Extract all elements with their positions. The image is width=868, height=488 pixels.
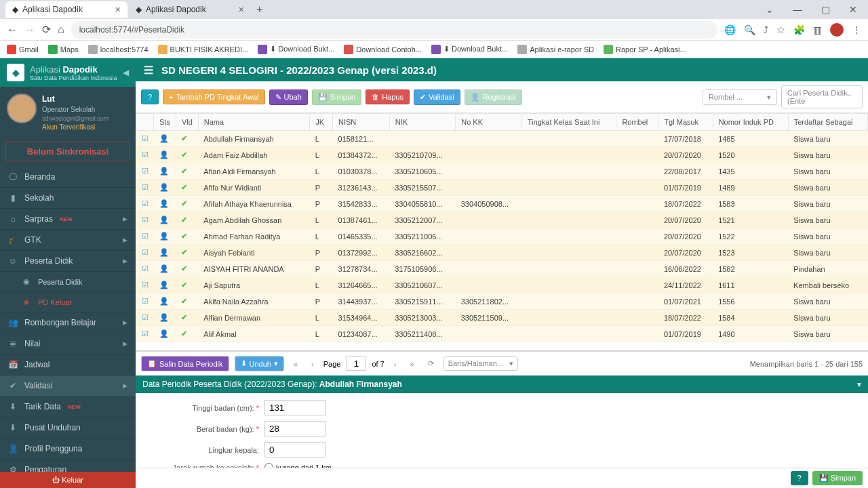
rombel-select[interactable]: Rombel ...▾ bbox=[703, 89, 777, 105]
home-icon[interactable]: ⌂ bbox=[58, 24, 64, 36]
close-window-icon[interactable]: ✕ bbox=[844, 4, 863, 15]
prev-page-icon[interactable]: ‹ bbox=[307, 360, 318, 368]
row-checkbox[interactable]: ☑ bbox=[136, 180, 154, 196]
validasi-button[interactable]: ✔ Validasi bbox=[414, 89, 460, 105]
sidebar-child-peserta-didik[interactable]: ◉Peserta Didik bbox=[0, 272, 136, 292]
bookmark-item[interactable]: Gmail bbox=[7, 45, 39, 54]
collapse-sidebar-icon[interactable]: ◀ bbox=[123, 68, 129, 77]
sidebar-child-pd-keluar[interactable]: ◉PD Keluar bbox=[0, 292, 136, 312]
sidebar-item-jadwal[interactable]: 📅Jadwal bbox=[0, 354, 136, 375]
last-page-icon[interactable]: » bbox=[406, 360, 418, 368]
col-header[interactable]: NIK bbox=[389, 114, 456, 131]
sidebar-item-validasi[interactable]: ✔Validasi▶ bbox=[0, 375, 136, 396]
row-checkbox[interactable]: ☑ bbox=[136, 310, 154, 326]
search-input[interactable]: Cari Peserta Didik.. (Ente bbox=[781, 85, 863, 108]
translate-icon[interactable]: 🌐 bbox=[724, 24, 736, 35]
sidebar-item-rombongan-belajar[interactable]: 👥Rombongan Belajar▶ bbox=[0, 312, 136, 333]
tambah-button[interactable]: + Tambah PD Tingkat Awal bbox=[163, 89, 265, 104]
jarak-radio-1[interactable] bbox=[264, 463, 273, 468]
close-icon[interactable]: × bbox=[239, 4, 244, 15]
sidepanel-icon[interactable]: ▥ bbox=[813, 24, 822, 35]
maximize-icon[interactable]: ▢ bbox=[816, 4, 835, 15]
col-header[interactable]: Vld bbox=[176, 114, 198, 131]
row-checkbox[interactable]: ☑ bbox=[136, 196, 154, 212]
row-checkbox[interactable]: ☑ bbox=[136, 277, 154, 293]
registrasi-button[interactable]: 👤 Registrasi bbox=[465, 89, 522, 105]
table-row[interactable]: ☑👤✔Alif AkmalL01234087...3305211408...01… bbox=[136, 326, 868, 342]
sync-status[interactable]: Belum Sinkronisasi bbox=[5, 142, 130, 161]
table-row[interactable]: ☑👤✔Agam Abdilah GhossanL01387461...33052… bbox=[136, 212, 868, 228]
table-row[interactable]: ☑👤✔Ahmad Farhan RadityaL01465335...33052… bbox=[136, 228, 868, 245]
salin-button[interactable]: 📋 Salin Data Periodik bbox=[141, 356, 229, 371]
sidebar-item-sarpras[interactable]: ⌂Sarpras NEW▶ bbox=[0, 209, 136, 230]
new-tab-button[interactable]: + bbox=[252, 3, 267, 16]
share-icon[interactable]: ⤴ bbox=[764, 24, 768, 35]
bookmark-item[interactable]: Download Contoh... bbox=[344, 45, 422, 54]
bookmark-item[interactable]: localhost:5774 bbox=[88, 45, 149, 54]
row-checkbox[interactable]: ☑ bbox=[136, 293, 154, 310]
extensions-icon[interactable]: 🧩 bbox=[793, 24, 805, 35]
row-checkbox[interactable]: ☑ bbox=[136, 131, 154, 147]
bookmark-item[interactable]: Aplikasi e-rapor SD bbox=[517, 45, 594, 54]
hapus-button[interactable]: 🗑 Hapus bbox=[366, 89, 410, 104]
profile-avatar[interactable] bbox=[830, 23, 844, 37]
help-button[interactable]: ? bbox=[791, 471, 808, 485]
table-container[interactable]: StsVldNamaJKNISNNIKNo KKTingkat Kelas Sa… bbox=[136, 113, 868, 351]
sidebar-item-profil-pengguna[interactable]: 👤Profil Pengguna bbox=[0, 439, 136, 460]
browser-tab-active[interactable]: ◆ Aplikasi Dapodik × bbox=[5, 1, 127, 18]
sidebar-item-nilai[interactable]: ≣Nilai▶ bbox=[0, 333, 136, 354]
table-row[interactable]: ☑👤✔Aji SaputraL31264665...3305210607...2… bbox=[136, 277, 868, 293]
reload-icon[interactable]: ⟳ bbox=[42, 23, 51, 36]
simpan-detail-button[interactable]: 💾 Simpan bbox=[812, 471, 863, 485]
col-header[interactable]: No KK bbox=[456, 114, 522, 131]
table-row[interactable]: ☑👤✔Alfian DermawanL31534964...3305213003… bbox=[136, 310, 868, 326]
bookmark-icon[interactable]: ☆ bbox=[776, 24, 785, 35]
first-page-icon[interactable]: « bbox=[290, 360, 302, 368]
minimize-icon[interactable]: — bbox=[787, 4, 808, 15]
col-header[interactable]: Tgl Masuk bbox=[658, 114, 713, 131]
sidebar-item-pengaturan[interactable]: ⚙Pengaturan bbox=[0, 460, 136, 472]
bookmark-item[interactable]: ⬇ Download Bukt... bbox=[431, 45, 508, 54]
collapse-icon[interactable]: ▾ bbox=[857, 380, 861, 389]
simpan-button[interactable]: 💾 Simpan bbox=[312, 89, 361, 105]
row-checkbox[interactable]: ☑ bbox=[136, 261, 154, 277]
col-header[interactable]: NISN bbox=[333, 114, 390, 131]
menu-icon[interactable]: ⋮ bbox=[852, 24, 861, 35]
col-header[interactable]: JK bbox=[310, 114, 333, 131]
col-header[interactable] bbox=[136, 114, 154, 131]
sidebar-item-sekolah[interactable]: ▮Sekolah bbox=[0, 188, 136, 209]
info-button[interactable]: ? bbox=[141, 89, 159, 104]
row-checkbox[interactable]: ☑ bbox=[136, 326, 154, 342]
row-checkbox[interactable]: ☑ bbox=[136, 245, 154, 261]
unduh-button[interactable]: ⬇ Unduh ▾ bbox=[235, 356, 284, 371]
detail-header[interactable]: Data Periodik Peserta Didik (2022/2023 G… bbox=[136, 375, 868, 393]
forward-icon[interactable]: → bbox=[24, 24, 35, 36]
rows-per-page-select[interactable]: Baris/Halaman...▾ bbox=[443, 357, 518, 371]
table-row[interactable]: ☑👤✔Akifa Naila AzzahraP31443937...330521… bbox=[136, 293, 868, 310]
refresh-icon[interactable]: ⟳ bbox=[424, 359, 438, 368]
sidebar-item-gtk[interactable]: 🎓GTK▶ bbox=[0, 230, 136, 251]
table-row[interactable]: ☑👤✔Afifah Athaya KhaerunnisaP31542833...… bbox=[136, 196, 868, 212]
back-icon[interactable]: ← bbox=[7, 24, 18, 36]
col-header[interactable]: Sts bbox=[154, 114, 176, 131]
ubah-button[interactable]: ✎ Ubah bbox=[269, 89, 308, 105]
bookmark-item[interactable]: Rapor SP - Aplikasi... bbox=[604, 45, 686, 54]
table-row[interactable]: ☑👤✔Aisyah FebiantiP01372992...3305216602… bbox=[136, 245, 868, 261]
col-header[interactable]: Terdaftar Sebagai bbox=[788, 114, 867, 131]
berat-input[interactable] bbox=[264, 421, 326, 436]
next-page-icon[interactable]: › bbox=[390, 360, 401, 368]
close-icon[interactable]: × bbox=[115, 4, 121, 15]
tinggi-input[interactable] bbox=[264, 400, 326, 415]
search-icon[interactable]: 🔍 bbox=[744, 24, 755, 35]
sidebar-item-peserta-didik[interactable]: ☺Peserta Didik▶ bbox=[0, 251, 136, 272]
table-row[interactable]: ☑👤✔Afifa Nur WidiantiP31236143...3305215… bbox=[136, 180, 868, 196]
col-header[interactable]: Tingkat Kelas Saat Ini bbox=[521, 114, 616, 131]
address-bar[interactable]: localhost:5774/#PesertaDidik bbox=[71, 21, 717, 39]
col-header[interactable]: Nomor Induk PD bbox=[713, 114, 788, 131]
row-checkbox[interactable]: ☑ bbox=[136, 212, 154, 228]
hamburger-icon[interactable]: ☰ bbox=[144, 64, 153, 77]
logout-button[interactable]: ⏻ Keluar bbox=[0, 472, 136, 488]
sidebar-item-beranda[interactable]: 🖵Beranda bbox=[0, 167, 136, 188]
page-input[interactable] bbox=[346, 357, 366, 371]
table-row[interactable]: ☑👤✔Adam Faiz AbdillahL01384372...3305210… bbox=[136, 147, 868, 163]
